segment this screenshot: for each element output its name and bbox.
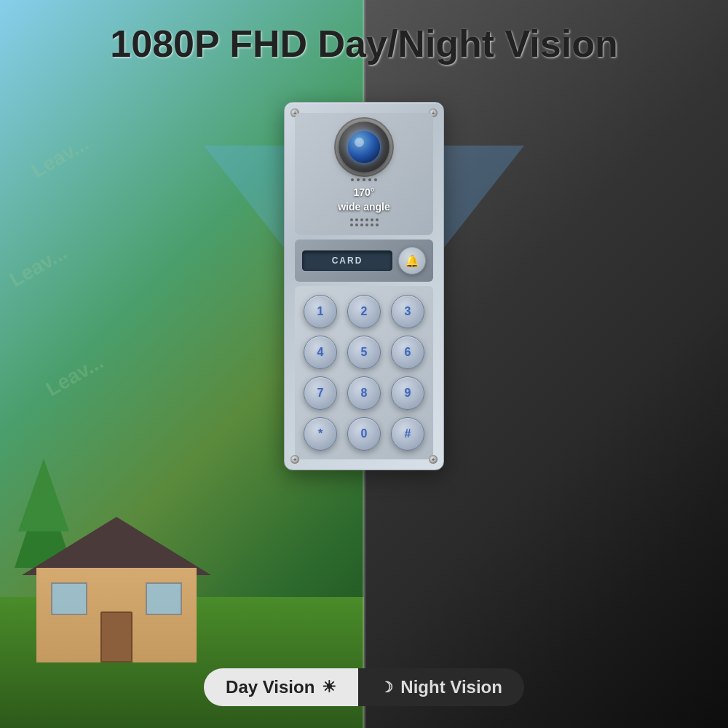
key-1[interactable]: 1 <box>304 295 337 328</box>
speaker-dot <box>350 223 353 226</box>
speaker-dot <box>355 218 358 221</box>
key-0[interactable]: 0 <box>347 417 381 451</box>
screw-bottom-right <box>429 455 438 464</box>
camera-mount <box>339 122 389 173</box>
window <box>51 582 87 615</box>
key-3[interactable]: 3 <box>391 295 424 328</box>
ir-dot <box>357 178 360 181</box>
night-vision-label: ☽ Night Vision <box>358 668 524 706</box>
device-panel: 170° wide angle CARD 🔔 <box>284 102 444 470</box>
house-roof <box>22 517 211 575</box>
day-vision-label: Day Vision ☀ <box>204 668 358 706</box>
watermark: Leav... <box>6 241 71 292</box>
speaker-dot <box>365 218 368 221</box>
camera-lens <box>348 131 380 163</box>
watermark: Leav... <box>28 132 93 183</box>
key-5[interactable]: 5 <box>347 336 381 369</box>
speaker-dot <box>350 218 353 221</box>
key-*[interactable]: * <box>304 417 337 451</box>
ir-dot <box>368 178 371 181</box>
watermark: Leav... <box>42 350 108 401</box>
ir-dot <box>374 178 377 181</box>
speaker-grille <box>304 218 424 226</box>
speaker-dot <box>360 223 363 226</box>
camera-section: 170° wide angle <box>295 113 433 235</box>
angle-desc: wide angle <box>304 200 424 215</box>
window <box>146 582 182 615</box>
keypad-grid: 123456789*0# <box>302 295 426 451</box>
card-slot[interactable]: CARD <box>302 250 392 271</box>
speaker-dot <box>376 223 379 226</box>
speaker-dot <box>355 223 358 226</box>
house-door <box>100 612 132 662</box>
bell-button[interactable]: 🔔 <box>398 247 426 274</box>
key-8[interactable]: 8 <box>347 376 381 410</box>
key-6[interactable]: 6 <box>391 336 424 369</box>
bell-icon: 🔔 <box>405 254 419 268</box>
key-9[interactable]: 9 <box>391 376 424 410</box>
house-body <box>36 568 197 662</box>
sun-icon: ☀ <box>322 678 336 697</box>
night-vision-text: Night Vision <box>400 677 502 697</box>
middle-section: CARD 🔔 <box>295 240 433 282</box>
key-7[interactable]: 7 <box>304 376 337 410</box>
speaker-dot <box>371 218 373 221</box>
key-2[interactable]: 2 <box>347 295 381 328</box>
angle-display: 170° wide angle <box>304 186 424 214</box>
speaker-dot <box>371 223 373 226</box>
key-4[interactable]: 4 <box>304 336 337 369</box>
ir-dot <box>363 178 365 181</box>
key-#[interactable]: # <box>391 417 424 451</box>
speaker-dot <box>365 223 368 226</box>
ir-dot <box>351 178 354 181</box>
ir-dots <box>304 178 424 181</box>
vision-labels: Day Vision ☀ ☽ Night Vision <box>182 668 546 706</box>
device-panel-wrapper: 170° wide angle CARD 🔔 <box>284 102 444 470</box>
speaker-dot <box>376 218 379 221</box>
keypad-section: 123456789*0# <box>295 286 433 459</box>
speaker-dot <box>360 218 363 221</box>
day-vision-text: Day Vision <box>226 677 314 697</box>
angle-value: 170° <box>304 186 424 200</box>
moon-icon: ☽ <box>380 678 393 696</box>
screw-bottom-left <box>290 455 299 464</box>
day-house <box>22 502 211 662</box>
main-title: 1080P FHD Day/Night Vision <box>0 22 728 66</box>
